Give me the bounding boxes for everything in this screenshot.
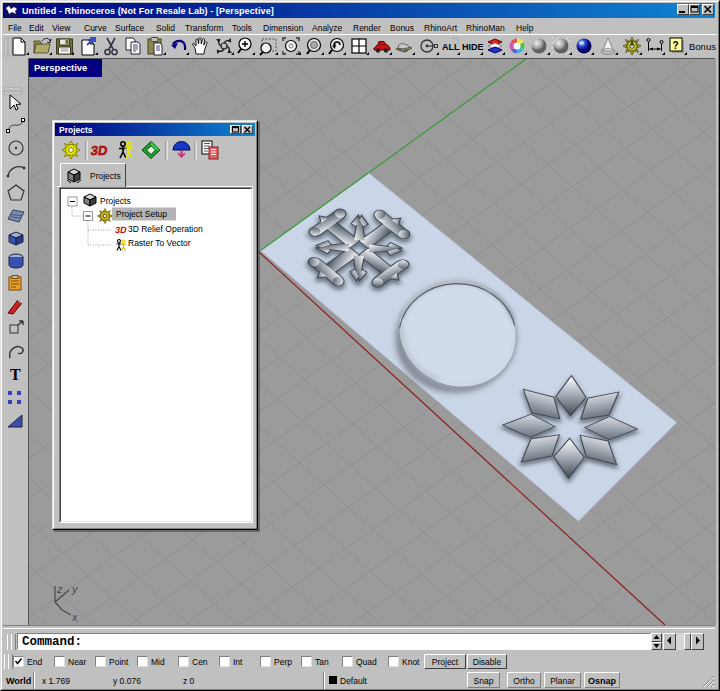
svg-text:Raster To Vector: Raster To Vector [128,238,191,248]
svg-text:x: x [71,611,78,623]
svg-text:Projects: Projects [100,196,131,206]
svg-text:?: ? [673,40,679,51]
svg-text:3D: 3D [90,143,109,158]
svg-text:Bonus: Bonus [689,41,716,52]
svg-text:3D: 3D [114,225,127,235]
svg-text:T: T [10,366,21,383]
svg-text:3D Relief Operation: 3D Relief Operation [128,224,203,234]
svg-text:HIDE: HIDE [462,42,484,52]
svg-text:ALL: ALL [442,42,460,52]
svg-text:Project Setup: Project Setup [116,209,167,219]
svg-text:z: z [56,583,63,595]
